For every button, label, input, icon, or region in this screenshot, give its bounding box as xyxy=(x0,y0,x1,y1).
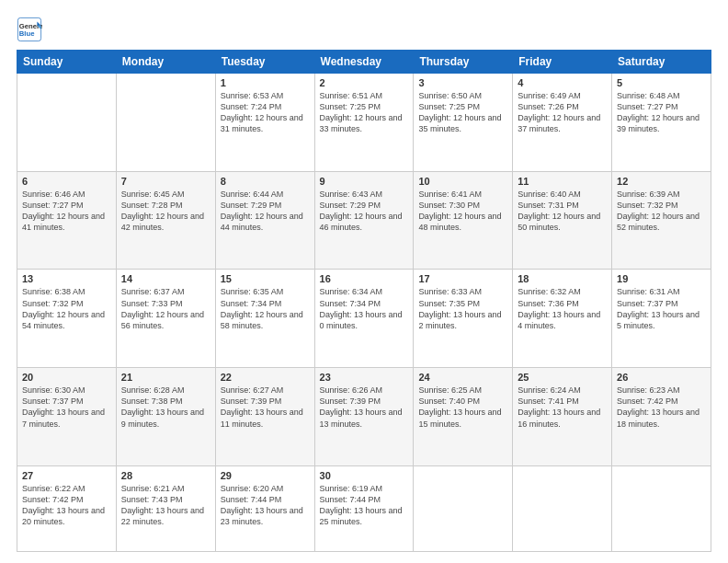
calendar-cell: 10Sunrise: 6:41 AM Sunset: 7:30 PM Dayli… xyxy=(414,171,513,270)
cell-details: Sunrise: 6:28 AM Sunset: 7:38 PM Dayligh… xyxy=(121,385,210,430)
cell-details: Sunrise: 6:27 AM Sunset: 7:39 PM Dayligh… xyxy=(221,385,310,430)
cell-details: Sunrise: 6:49 AM Sunset: 7:26 PM Dayligh… xyxy=(518,90,607,135)
calendar-cell: 17Sunrise: 6:33 AM Sunset: 7:35 PM Dayli… xyxy=(414,270,513,368)
calendar-day-header: Saturday xyxy=(612,51,711,74)
calendar-cell: 20Sunrise: 6:30 AM Sunset: 7:37 PM Dayli… xyxy=(17,368,117,466)
calendar-day-header: Friday xyxy=(513,51,612,74)
cell-details: Sunrise: 6:43 AM Sunset: 7:29 PM Dayligh… xyxy=(320,189,409,234)
cell-details: Sunrise: 6:35 AM Sunset: 7:34 PM Dayligh… xyxy=(221,286,310,331)
cell-details: Sunrise: 6:24 AM Sunset: 7:41 PM Dayligh… xyxy=(518,385,607,430)
calendar-cell: 12Sunrise: 6:39 AM Sunset: 7:32 PM Dayli… xyxy=(612,171,711,270)
day-number: 20 xyxy=(22,372,111,383)
cell-details: Sunrise: 6:48 AM Sunset: 7:27 PM Dayligh… xyxy=(617,90,706,135)
day-number: 4 xyxy=(518,77,607,88)
calendar-cell: 15Sunrise: 6:35 AM Sunset: 7:34 PM Dayli… xyxy=(215,270,314,368)
day-number: 5 xyxy=(617,77,706,88)
svg-text:Blue: Blue xyxy=(19,29,35,38)
calendar-cell xyxy=(513,465,612,551)
day-number: 14 xyxy=(121,273,210,284)
calendar-cell: 28Sunrise: 6:21 AM Sunset: 7:43 PM Dayli… xyxy=(116,465,215,551)
day-number: 21 xyxy=(121,372,210,383)
day-number: 18 xyxy=(518,273,607,284)
calendar-cell: 22Sunrise: 6:27 AM Sunset: 7:39 PM Dayli… xyxy=(215,368,314,466)
calendar: SundayMondayTuesdayWednesdayThursdayFrid… xyxy=(17,50,711,552)
day-number: 24 xyxy=(418,372,507,383)
calendar-cell: 29Sunrise: 6:20 AM Sunset: 7:44 PM Dayli… xyxy=(215,465,314,551)
cell-details: Sunrise: 6:53 AM Sunset: 7:24 PM Dayligh… xyxy=(221,90,310,135)
day-number: 10 xyxy=(418,176,507,187)
cell-details: Sunrise: 6:46 AM Sunset: 7:27 PM Dayligh… xyxy=(22,189,111,234)
cell-details: Sunrise: 6:40 AM Sunset: 7:31 PM Dayligh… xyxy=(518,189,607,234)
calendar-cell: 26Sunrise: 6:23 AM Sunset: 7:42 PM Dayli… xyxy=(612,368,711,466)
logo: General Blue xyxy=(17,17,42,42)
calendar-cell: 5Sunrise: 6:48 AM Sunset: 7:27 PM Daylig… xyxy=(612,74,711,172)
calendar-cell xyxy=(414,465,513,551)
cell-details: Sunrise: 6:19 AM Sunset: 7:44 PM Dayligh… xyxy=(320,483,409,528)
day-number: 28 xyxy=(121,470,210,481)
calendar-day-header: Monday xyxy=(116,51,215,74)
cell-details: Sunrise: 6:44 AM Sunset: 7:29 PM Dayligh… xyxy=(221,189,310,234)
day-number: 13 xyxy=(22,273,111,284)
calendar-cell: 23Sunrise: 6:26 AM Sunset: 7:39 PM Dayli… xyxy=(314,368,414,466)
cell-details: Sunrise: 6:38 AM Sunset: 7:32 PM Dayligh… xyxy=(22,286,111,331)
day-number: 17 xyxy=(418,273,507,284)
cell-details: Sunrise: 6:45 AM Sunset: 7:28 PM Dayligh… xyxy=(121,189,210,234)
calendar-cell: 6Sunrise: 6:46 AM Sunset: 7:27 PM Daylig… xyxy=(17,171,117,270)
calendar-cell: 19Sunrise: 6:31 AM Sunset: 7:37 PM Dayli… xyxy=(612,270,711,368)
day-number: 16 xyxy=(320,273,409,284)
calendar-cell: 1Sunrise: 6:53 AM Sunset: 7:24 PM Daylig… xyxy=(215,74,314,172)
cell-details: Sunrise: 6:50 AM Sunset: 7:25 PM Dayligh… xyxy=(418,90,507,135)
day-number: 6 xyxy=(22,176,111,187)
cell-details: Sunrise: 6:26 AM Sunset: 7:39 PM Dayligh… xyxy=(320,385,409,430)
cell-details: Sunrise: 6:37 AM Sunset: 7:33 PM Dayligh… xyxy=(121,286,210,331)
day-number: 8 xyxy=(221,176,310,187)
cell-details: Sunrise: 6:39 AM Sunset: 7:32 PM Dayligh… xyxy=(617,189,706,234)
cell-details: Sunrise: 6:20 AM Sunset: 7:44 PM Dayligh… xyxy=(221,483,310,528)
calendar-cell xyxy=(116,74,215,172)
calendar-cell: 16Sunrise: 6:34 AM Sunset: 7:34 PM Dayli… xyxy=(314,270,414,368)
cell-details: Sunrise: 6:31 AM Sunset: 7:37 PM Dayligh… xyxy=(617,286,706,331)
cell-details: Sunrise: 6:32 AM Sunset: 7:36 PM Dayligh… xyxy=(518,286,607,331)
calendar-day-header: Wednesday xyxy=(314,51,414,74)
calendar-header: SundayMondayTuesdayWednesdayThursdayFrid… xyxy=(17,51,711,74)
calendar-day-header: Sunday xyxy=(17,51,117,74)
page: General Blue SundayMondayTuesdayWednesda… xyxy=(0,0,728,563)
calendar-cell: 2Sunrise: 6:51 AM Sunset: 7:25 PM Daylig… xyxy=(314,74,414,172)
calendar-cell xyxy=(17,74,117,172)
cell-details: Sunrise: 6:22 AM Sunset: 7:42 PM Dayligh… xyxy=(22,483,111,528)
calendar-cell: 18Sunrise: 6:32 AM Sunset: 7:36 PM Dayli… xyxy=(513,270,612,368)
cell-details: Sunrise: 6:51 AM Sunset: 7:25 PM Dayligh… xyxy=(320,90,409,135)
calendar-day-header: Thursday xyxy=(414,51,513,74)
cell-details: Sunrise: 6:21 AM Sunset: 7:43 PM Dayligh… xyxy=(121,483,210,528)
cell-details: Sunrise: 6:23 AM Sunset: 7:42 PM Dayligh… xyxy=(617,385,706,430)
cell-details: Sunrise: 6:33 AM Sunset: 7:35 PM Dayligh… xyxy=(418,286,507,331)
day-number: 27 xyxy=(22,470,111,481)
cell-details: Sunrise: 6:25 AM Sunset: 7:40 PM Dayligh… xyxy=(418,385,507,430)
day-number: 3 xyxy=(418,77,507,88)
day-number: 19 xyxy=(617,273,706,284)
calendar-cell: 30Sunrise: 6:19 AM Sunset: 7:44 PM Dayli… xyxy=(314,465,414,551)
day-number: 7 xyxy=(121,176,210,187)
cell-details: Sunrise: 6:34 AM Sunset: 7:34 PM Dayligh… xyxy=(320,286,409,331)
calendar-cell: 24Sunrise: 6:25 AM Sunset: 7:40 PM Dayli… xyxy=(414,368,513,466)
cell-details: Sunrise: 6:41 AM Sunset: 7:30 PM Dayligh… xyxy=(418,189,507,234)
calendar-cell: 14Sunrise: 6:37 AM Sunset: 7:33 PM Dayli… xyxy=(116,270,215,368)
day-number: 15 xyxy=(221,273,310,284)
calendar-cell xyxy=(612,465,711,551)
calendar-cell: 8Sunrise: 6:44 AM Sunset: 7:29 PM Daylig… xyxy=(215,171,314,270)
day-number: 2 xyxy=(320,77,409,88)
calendar-cell: 3Sunrise: 6:50 AM Sunset: 7:25 PM Daylig… xyxy=(414,74,513,172)
day-number: 25 xyxy=(518,372,607,383)
calendar-cell: 7Sunrise: 6:45 AM Sunset: 7:28 PM Daylig… xyxy=(116,171,215,270)
day-number: 9 xyxy=(320,176,409,187)
day-number: 26 xyxy=(617,372,706,383)
day-number: 30 xyxy=(320,470,409,481)
calendar-cell: 13Sunrise: 6:38 AM Sunset: 7:32 PM Dayli… xyxy=(17,270,117,368)
calendar-cell: 11Sunrise: 6:40 AM Sunset: 7:31 PM Dayli… xyxy=(513,171,612,270)
day-number: 23 xyxy=(320,372,409,383)
day-number: 11 xyxy=(518,176,607,187)
calendar-cell: 21Sunrise: 6:28 AM Sunset: 7:38 PM Dayli… xyxy=(116,368,215,466)
day-number: 1 xyxy=(221,77,310,88)
calendar-day-header: Tuesday xyxy=(215,51,314,74)
calendar-cell: 25Sunrise: 6:24 AM Sunset: 7:41 PM Dayli… xyxy=(513,368,612,466)
